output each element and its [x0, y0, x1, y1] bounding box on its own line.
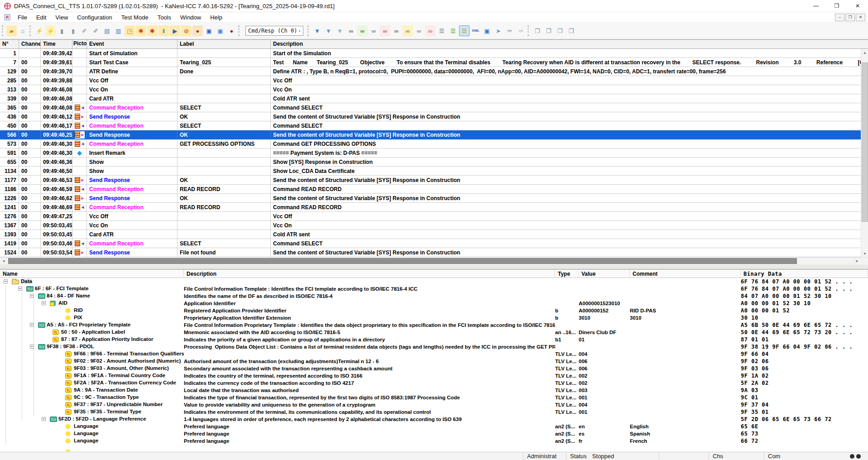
- channel-mode-combobox[interactable]: Cmd/Resp (Ch 0)▾: [245, 26, 303, 36]
- tree-row[interactable]: TL9F35 : 9F35 - Terminal TypeIndicates t…: [0, 408, 868, 416]
- scroll-up-arrow-icon[interactable]: ▲: [861, 49, 868, 56]
- event-row[interactable]: 70009:49:39,61Start Test CaseTearing_025…: [0, 58, 868, 67]
- menu-help[interactable]: Help: [206, 13, 227, 22]
- event-row[interactable]: 14190009:50:03,46◄Command ReceptionSELEC…: [0, 239, 868, 248]
- tree-row[interactable]: −TLV5F2D : 5F2D - Language Preference1-4…: [0, 416, 868, 423]
- report-print-icon[interactable]: ❐: [555, 25, 565, 36]
- column-header-type[interactable]: Type: [555, 270, 579, 278]
- event-row[interactable]: 3130009:49:46,08Vcc OnVcc On: [0, 85, 868, 94]
- abort-icon[interactable]: ●: [226, 25, 237, 36]
- tree-row[interactable]: [0, 445, 868, 451]
- find-blue-icon[interactable]: ∞: [369, 25, 379, 36]
- tree-expand-toggle[interactable]: −: [30, 323, 34, 327]
- event-row[interactable]: 15240009:50:03,54►Send ResponseFile not …: [0, 248, 868, 257]
- mdi-restore-button[interactable]: ❐: [845, 14, 855, 21]
- event-row[interactable]: 11770009:49:46,53►Send ResponseOKSend th…: [0, 176, 868, 185]
- hold-icon[interactable]: ✱: [136, 25, 146, 36]
- tree-expand-toggle[interactable]: −: [42, 417, 46, 421]
- event-row[interactable]: 11860009:49:46,59◄Command ReceptionREAD …: [0, 185, 868, 194]
- menu-window[interactable]: Window: [176, 13, 206, 22]
- xml-icon[interactable]: XML: [470, 25, 481, 36]
- filter-find-icon[interactable]: ▼: [323, 25, 334, 36]
- report-export-icon[interactable]: ❐: [543, 25, 554, 36]
- column-header-time[interactable]: Time: [41, 40, 72, 48]
- menu-view[interactable]: View: [51, 13, 72, 22]
- event-row[interactable]: 5910009:49:46,30◆Insert Remark===== Paym…: [0, 149, 868, 158]
- tree-expand-toggle[interactable]: −: [4, 279, 8, 283]
- tree-row[interactable]: TL9F03 : 9F03 - Amount, Other (Numeric)S…: [0, 365, 868, 372]
- tree-row[interactable]: −TLVA5 : A5 - FCI Proprietary TemplateFi…: [0, 321, 868, 329]
- scroll-down-arrow-icon[interactable]: ▼: [861, 250, 868, 257]
- tree-row[interactable]: TL5F2A : 5F2A - Transaction Currency Cod…: [0, 379, 868, 387]
- comet-icon[interactable]: ➤: [493, 25, 504, 36]
- card-load-icon[interactable]: ▥: [113, 25, 124, 36]
- export-dropdown-icon[interactable]: ◳: [125, 25, 135, 36]
- scroll-left-arrow-icon[interactable]: ◄: [0, 258, 7, 265]
- card-on-icon[interactable]: ▮: [57, 25, 67, 36]
- card-off-icon[interactable]: ▮: [68, 25, 78, 36]
- report-page-icon[interactable]: ❐: [532, 25, 542, 36]
- tree-row[interactable]: TL9F37 : 9F37 - Unpredictable NumberValu…: [0, 401, 868, 408]
- event-row[interactable]: 3650009:49:46,08◄Command ReceptionSELECT…: [0, 103, 868, 112]
- tree-row[interactable]: −TLV84 : 84 - DF NameIdentifies the name…: [0, 292, 868, 300]
- find-up-icon[interactable]: ∞: [414, 25, 424, 36]
- event-row[interactable]: 4500009:49:46,17◄Command ReceptionSELECT…: [0, 121, 868, 130]
- column-header-comment[interactable]: Comment: [630, 270, 741, 278]
- monitor-alt-icon[interactable]: ▣: [215, 25, 225, 36]
- mdi-minimize-button[interactable]: –: [835, 14, 844, 21]
- event-row[interactable]: 4360009:49:46,12►Send ResponseOKSend the…: [0, 112, 868, 121]
- tree-row[interactable]: TL50 : 50 - Application LabelMnemonic as…: [0, 329, 868, 336]
- event-row[interactable]: 13670009:50:03,45Vcc OnVcc On: [0, 221, 868, 230]
- column-header-channel[interactable]: Channel: [19, 40, 41, 48]
- tree-row[interactable]: −TLV6F : 6F - FCI TemplateFile Control I…: [0, 285, 868, 292]
- tree-row[interactable]: TL9F02 : 9F02 - Amount Authorised (Numer…: [0, 358, 868, 365]
- record-icon[interactable]: ●: [192, 25, 203, 36]
- tree-row[interactable]: TL9C : 9C - Transaction TypeIndicates th…: [0, 394, 868, 401]
- scroll-right-arrow-icon[interactable]: ►: [854, 258, 861, 265]
- quill-icon[interactable]: ✑: [504, 25, 515, 36]
- report-save-icon[interactable]: ❐: [566, 25, 576, 36]
- tree-row[interactable]: TL87 : 87 - Application Priority Indicat…: [0, 336, 868, 343]
- find-icon[interactable]: ∞: [346, 25, 356, 36]
- tree-row[interactable]: LanguagePrefered languagean2 (S...esSpan…: [0, 430, 868, 437]
- event-row[interactable]: 6550009:49:46,36ShowShow [SYS] Response …: [0, 158, 868, 167]
- tree-row[interactable]: TL9A : 9A - Transaction DateLocal date t…: [0, 387, 868, 394]
- menu-file[interactable]: File: [13, 13, 32, 22]
- event-row[interactable]: 5660009:49:46,25►Send ResponseOKSend the…: [0, 130, 868, 139]
- mdi-close-button[interactable]: ✕: [856, 14, 865, 21]
- filter-icon[interactable]: ▼: [312, 25, 322, 36]
- event-row[interactable]: 5730009:49:46,30◄Command ReceptionGET PR…: [0, 139, 868, 149]
- menu-configuration[interactable]: Configuration: [72, 13, 116, 22]
- filter-edit-icon[interactable]: ▼: [335, 25, 345, 36]
- event-row[interactable]: 1290009:49:39,70ATR DefineDoneDefine ATR…: [0, 67, 868, 76]
- column-header-description[interactable]: Description: [184, 270, 555, 278]
- column-header-description[interactable]: Description: [271, 40, 861, 48]
- pause-icon[interactable]: ‖: [158, 25, 169, 36]
- event-row[interactable]: 11340009:49:46,50ShowShow Loc_CDA Data C…: [0, 167, 868, 176]
- run-icon[interactable]: ⚡: [34, 25, 44, 36]
- event-row[interactable]: 13930009:50:03,45Card ATRCold ATR sent: [0, 230, 868, 239]
- column-header-value[interactable]: Value: [579, 270, 630, 278]
- tree-row[interactable]: RIDRegistered Application Provider Ident…: [0, 307, 868, 314]
- tree-row[interactable]: TL9F1A : 9F1A - Terminal Country CodeInd…: [0, 372, 868, 379]
- probe-icon[interactable]: ✐: [79, 25, 90, 36]
- tree-row[interactable]: LanguagePrefered languagean2 (S...enEngl…: [0, 423, 868, 430]
- play-icon[interactable]: ▶: [170, 25, 180, 36]
- vertical-scrollbar[interactable]: ▲ ▼: [861, 49, 868, 257]
- panel-splitter[interactable]: [0, 264, 868, 269]
- window-blue-icon[interactable]: ▣: [482, 25, 492, 36]
- tree-expand-toggle[interactable]: −: [30, 345, 34, 349]
- column-header-name[interactable]: Name: [0, 270, 184, 277]
- tree-row[interactable]: TL9F66 : 9F66 - Terminal Transaction Qua…: [0, 350, 868, 358]
- list-current-icon[interactable]: ☰: [459, 25, 470, 36]
- horizontal-scroll-thumb[interactable]: [8, 258, 797, 264]
- no-entry-icon[interactable]: ⊘: [181, 25, 192, 36]
- menu-tools[interactable]: Tools: [153, 13, 176, 22]
- menu-test-mode[interactable]: Test Mode: [117, 13, 153, 22]
- tree-row[interactable]: −Data6F 76 84 07 A0 00 00 01 52 . . .: [0, 278, 868, 285]
- open-results-icon[interactable]: ▰: [6, 25, 17, 36]
- tree-expand-toggle[interactable]: −: [18, 287, 22, 291]
- event-row[interactable]: 12260009:49:46,62►Send ResponseOKSend th…: [0, 194, 868, 203]
- close-button[interactable]: ✕: [847, 0, 868, 12]
- tree-row[interactable]: −AIDApplication IdentifierA0000001523010…: [0, 300, 868, 307]
